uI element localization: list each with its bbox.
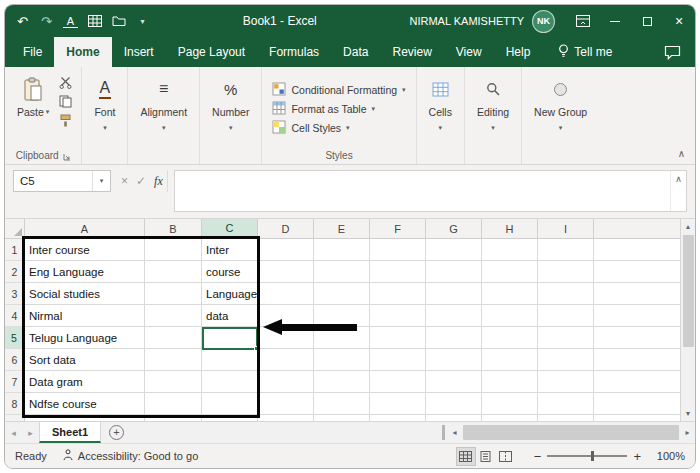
cell-C4[interactable]: data <box>202 305 258 327</box>
cell-A7[interactable]: Data gram <box>25 371 145 393</box>
cancel-formula-icon[interactable]: × <box>121 174 128 188</box>
zoom-level[interactable]: 100% <box>647 450 685 462</box>
cell-B5[interactable] <box>145 327 202 349</box>
cell-D1[interactable] <box>258 239 314 261</box>
conditional-formatting-button[interactable]: Conditional Formatting ▾ <box>272 82 405 98</box>
cell-B4[interactable] <box>145 305 202 327</box>
cell-E8[interactable] <box>314 393 370 415</box>
cell-E6[interactable] <box>314 349 370 371</box>
cell-G9[interactable] <box>426 415 482 421</box>
scroll-up-icon[interactable]: ▲ <box>681 219 695 234</box>
cell-G2[interactable] <box>426 261 482 283</box>
sheet-nav-right-icon[interactable]: ▸ <box>22 422 39 443</box>
cell-B6[interactable] <box>145 349 202 371</box>
column-header-F[interactable]: F <box>370 219 426 239</box>
cell-F7[interactable] <box>370 371 426 393</box>
cell-C2[interactable]: course <box>202 261 258 283</box>
redo-icon[interactable]: ↷ <box>39 14 54 29</box>
cell-H9[interactable] <box>482 415 538 421</box>
collapse-ribbon-icon[interactable]: ∧ <box>678 148 685 159</box>
cell-D6[interactable] <box>258 349 314 371</box>
cell-C3[interactable]: Language <box>202 283 258 305</box>
minimize-button[interactable] <box>599 5 631 37</box>
cell-A4[interactable]: Nirmal <box>25 305 145 327</box>
underline-icon[interactable]: A <box>63 15 78 28</box>
alignment-button[interactable]: ≡ Alignment▾ <box>134 71 193 147</box>
cell-E5[interactable] <box>314 327 370 349</box>
tab-insert[interactable]: Insert <box>112 37 166 67</box>
row-header-2[interactable]: 2 <box>5 261 25 283</box>
tab-splitter-handle[interactable] <box>442 425 445 440</box>
cell-D8[interactable] <box>258 393 314 415</box>
page-layout-view-button[interactable] <box>476 447 496 466</box>
tell-me[interactable]: Tell me <box>558 37 612 67</box>
cell-C1[interactable]: Inter <box>202 239 258 261</box>
select-all-corner[interactable] <box>5 219 25 239</box>
enter-formula-icon[interactable]: ✓ <box>136 174 146 188</box>
cell-E9[interactable] <box>314 415 370 421</box>
cell-B7[interactable] <box>145 371 202 393</box>
hscroll-left-icon[interactable]: ◂ <box>447 422 462 443</box>
sheet-nav-left-icon[interactable]: ◂ <box>5 422 22 443</box>
tab-home[interactable]: Home <box>54 37 111 67</box>
format-as-table-button[interactable]: Format as Table ▾ <box>272 101 405 117</box>
cell-E1[interactable] <box>314 239 370 261</box>
column-header-H[interactable]: H <box>482 219 538 239</box>
cell-I5[interactable] <box>538 327 594 349</box>
qat-customize-icon[interactable]: ▾ <box>135 17 150 26</box>
insert-function-icon[interactable]: fx <box>154 174 163 189</box>
row-header-4[interactable]: 4 <box>5 305 25 327</box>
tab-file[interactable]: File <box>11 37 54 67</box>
vertical-scroll-thumb[interactable] <box>683 235 694 347</box>
cell-C6[interactable] <box>202 349 258 371</box>
cell-I4[interactable] <box>538 305 594 327</box>
column-header-C[interactable]: C <box>202 219 258 239</box>
row-header-8[interactable]: 8 <box>5 393 25 415</box>
cell-G6[interactable] <box>426 349 482 371</box>
formula-input[interactable]: ∧ <box>174 170 687 212</box>
column-header-D[interactable]: D <box>258 219 314 239</box>
cell-F4[interactable] <box>370 305 426 327</box>
cut-icon[interactable] <box>57 75 73 89</box>
cell-F9[interactable] <box>370 415 426 421</box>
page-break-view-button[interactable] <box>496 447 516 466</box>
close-button[interactable]: × <box>663 5 695 37</box>
zoom-slider[interactable] <box>547 455 627 457</box>
cell-H2[interactable] <box>482 261 538 283</box>
column-header-A[interactable]: A <box>25 219 145 239</box>
cell-B2[interactable] <box>145 261 202 283</box>
cell-A8[interactable]: Ndfse course <box>25 393 145 415</box>
cell-F5[interactable] <box>370 327 426 349</box>
column-header-E[interactable]: E <box>314 219 370 239</box>
cell-D2[interactable] <box>258 261 314 283</box>
format-painter-icon[interactable] <box>57 113 73 127</box>
ribbon-display-options-button[interactable] <box>567 5 599 37</box>
row-header-5[interactable]: 5 <box>5 327 25 349</box>
row-header-6[interactable]: 6 <box>5 349 25 371</box>
cell-A9[interactable] <box>25 415 145 421</box>
accessibility-status[interactable]: Accessibility: Good to go <box>63 449 198 463</box>
cell-I7[interactable] <box>538 371 594 393</box>
undo-icon[interactable]: ↶ <box>15 14 30 29</box>
row-header-3[interactable]: 3 <box>5 283 25 305</box>
formula-bar-expand-icon[interactable]: ∧ <box>670 171 686 211</box>
name-box-caret-icon[interactable]: ▾ <box>92 171 110 191</box>
cell-D3[interactable] <box>258 283 314 305</box>
row-header-1[interactable]: 1 <box>5 239 25 261</box>
new-sheet-button[interactable]: + <box>109 425 124 440</box>
column-header-G[interactable]: G <box>426 219 482 239</box>
cell-F2[interactable] <box>370 261 426 283</box>
cell-D4[interactable] <box>258 305 314 327</box>
row-header-7[interactable]: 7 <box>5 371 25 393</box>
cell-B1[interactable] <box>145 239 202 261</box>
hscroll-right-icon[interactable]: ▸ <box>680 422 695 443</box>
cell-E4[interactable] <box>314 305 370 327</box>
tab-formulas[interactable]: Formulas <box>257 37 331 67</box>
tab-help[interactable]: Help <box>494 37 543 67</box>
cell-F3[interactable] <box>370 283 426 305</box>
tab-review[interactable]: Review <box>380 37 443 67</box>
cell-H5[interactable] <box>482 327 538 349</box>
cell-G1[interactable] <box>426 239 482 261</box>
table-icon[interactable] <box>87 15 102 27</box>
copy-icon[interactable] <box>57 94 73 108</box>
